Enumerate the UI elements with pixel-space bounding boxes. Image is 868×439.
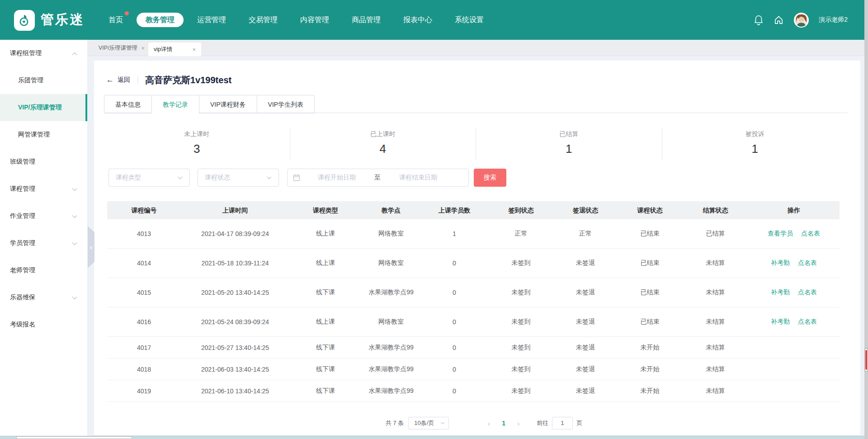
page-size-select[interactable]: 10条/页	[408, 417, 449, 430]
search-button[interactable]: 搜索	[474, 169, 506, 187]
table-cell: 2021-06-03 13:40-14:25	[181, 366, 289, 373]
stat-1: 已上课时4	[290, 128, 476, 160]
vertical-scrollbar-thumb[interactable]	[864, 348, 868, 372]
detail-tab-2[interactable]: VIP课程财务	[199, 95, 257, 113]
sidebar-item-label: 课程组管理	[10, 49, 42, 57]
detail-tab-3[interactable]: VIP学生列表	[257, 95, 315, 113]
vertical-scrollbar[interactable]	[864, 0, 868, 439]
nav-item-0[interactable]: 首页	[108, 15, 123, 25]
sidebar-item-5[interactable]: 课程管理	[0, 175, 87, 203]
date-end-input[interactable]: 课程结束日期	[382, 174, 455, 182]
action-link[interactable]: 补考勤	[771, 318, 790, 325]
detail-tab-0[interactable]: 基本信息	[104, 95, 152, 113]
stat-value: 1	[476, 142, 662, 156]
table-header-cell: 上课时间	[181, 201, 289, 219]
chevron-down-icon	[267, 176, 272, 179]
detail-tab-1[interactable]: 教学记录	[151, 95, 199, 113]
table-cell: 未签到	[488, 344, 554, 352]
table-row-4016: 40162021-05-24 08:39-09:24线上课网络教室0未签到未签退…	[107, 307, 840, 337]
nav-item-1[interactable]: 教务管理	[137, 13, 184, 27]
date-start-input[interactable]: 课程开始日期	[300, 174, 373, 182]
next-page-button[interactable]: ›	[517, 420, 519, 427]
sidebar-item-4[interactable]: 班级管理	[0, 148, 87, 175]
bell-icon[interactable]	[754, 14, 764, 25]
sidebar-item-8[interactable]: 老师管理	[0, 257, 87, 284]
back-arrow-icon: ←	[106, 76, 114, 85]
nav-item-7[interactable]: 系统设置	[455, 15, 484, 25]
table-cell: 0	[420, 289, 488, 296]
table-row-4015: 40152021-05-20 13:40-14:25线下课水果湖教学点990未签…	[107, 278, 840, 307]
action-link[interactable]: 点名表	[801, 230, 820, 237]
stat-label: 未上课时	[104, 129, 290, 138]
table-cell: 未开始	[617, 344, 683, 352]
nav-item-6[interactable]: 报表中心	[403, 15, 432, 25]
course-type-placeholder: 课程类型	[116, 174, 141, 182]
nav-item-3[interactable]: 交易管理	[249, 15, 278, 25]
sidebar-item-label: 班级管理	[10, 158, 35, 166]
table-cell: 未签到	[488, 318, 554, 326]
action-link[interactable]: 查看学员	[768, 230, 793, 237]
sidebar-item-10[interactable]: 考级报名	[0, 311, 87, 338]
nav-item-4[interactable]: 内容管理	[300, 15, 329, 25]
action-link[interactable]: 补考勤	[771, 288, 790, 296]
home-icon[interactable]	[774, 15, 784, 25]
table-cell: 1	[420, 230, 488, 237]
table-actions-cell: 查看学员点名表	[748, 230, 840, 238]
table-cell: 未签到	[488, 288, 554, 297]
stat-value: 1	[662, 142, 848, 156]
table-cell: 未结算	[683, 259, 748, 267]
table-header-cell: 签到状态	[488, 201, 554, 219]
action-link[interactable]: 点名表	[798, 259, 817, 266]
sidebar-item-label: 乐团管理	[18, 76, 43, 85]
app-logo[interactable]	[14, 10, 35, 31]
sidebar-item-6[interactable]: 作业管理	[0, 203, 87, 230]
action-link[interactable]: 点名表	[798, 288, 817, 296]
sidebar-item-0[interactable]: 课程组管理	[0, 40, 87, 67]
table-row-4013: 40132021-04-17 08:39-09:24线上课网络教室1正常正常已结…	[107, 219, 840, 249]
close-tab-icon[interactable]: ×	[141, 45, 145, 52]
table-cell: 未签退	[554, 318, 617, 326]
sidebar-item-2[interactable]: VIP/乐理课管理	[0, 94, 87, 121]
sidebar-collapse-handle[interactable]: ‹	[88, 226, 94, 268]
main-nav: 首页教务管理运营管理交易管理内容管理商品管理报表中心系统设置	[108, 0, 484, 40]
table-cell: 4016	[107, 318, 181, 326]
horizontal-scrollbar-thumb[interactable]	[16, 436, 132, 439]
notification-badge	[125, 11, 129, 15]
table-cell: 0	[420, 366, 488, 373]
table-header-cell: 签退状态	[554, 201, 617, 219]
table-cell: 0	[420, 387, 488, 395]
filter-row: 课程类型 课程状态 课程开始日期 至 课程结束日期 搜索	[94, 169, 860, 187]
course-status-placeholder: 课程状态	[205, 174, 230, 182]
pagination: 共 7 条 10条/页 ‹ 1 › 前往 1 页	[101, 416, 867, 430]
sidebar-item-9[interactable]: 乐器维保	[0, 284, 87, 311]
prev-page-button[interactable]: ‹	[488, 420, 490, 427]
back-button[interactable]: ← 返回	[106, 76, 130, 85]
close-tab-icon[interactable]: ×	[192, 46, 196, 53]
action-link[interactable]: 补考勤	[771, 259, 790, 266]
table-cell: 水果湖教学点99	[362, 365, 420, 373]
nav-item-5[interactable]: 商品管理	[352, 15, 381, 25]
current-page[interactable]: 1	[502, 420, 505, 427]
table-cell: 未签到	[488, 365, 554, 373]
date-range-picker[interactable]: 课程开始日期 至 课程结束日期	[287, 169, 469, 187]
action-link[interactable]: 点名表	[798, 318, 817, 325]
stats-row: 未上课时3已上课时4已结算1被投诉1	[104, 128, 848, 160]
table-header-cell: 上课学员数	[420, 201, 488, 219]
opened-tab-0[interactable]: VIP/乐理课管理×	[99, 40, 145, 56]
table-row-4014: 40142021-05-18 10:39-11:24线上课网络教室0未签到未签退…	[107, 249, 840, 278]
goto-page-input[interactable]: 1	[552, 417, 573, 430]
sidebar-item-7[interactable]: 学员管理	[0, 230, 87, 257]
nav-item-2[interactable]: 运营管理	[197, 15, 226, 25]
sidebar-item-3[interactable]: 网管课管理	[0, 121, 87, 148]
detail-tabs: 基本信息教学记录VIP课程财务VIP学生列表	[104, 95, 848, 113]
sidebar-menu: 课程组管理乐团管理VIP/乐理课管理网管课管理班级管理课程管理作业管理学员管理老…	[0, 40, 87, 436]
user-avatar[interactable]	[794, 13, 809, 28]
course-status-select[interactable]: 课程状态	[198, 169, 279, 187]
sidebar-item-1[interactable]: 乐团管理	[0, 67, 87, 94]
course-type-select[interactable]: 课程类型	[108, 169, 190, 187]
user-name[interactable]: 演示老师2	[819, 16, 848, 24]
opened-tab-1[interactable]: vip详情×	[148, 42, 201, 56]
horizontal-scrollbar[interactable]	[0, 436, 864, 439]
table-cell: 已结束	[617, 318, 683, 326]
chevron-up-icon	[72, 50, 77, 57]
